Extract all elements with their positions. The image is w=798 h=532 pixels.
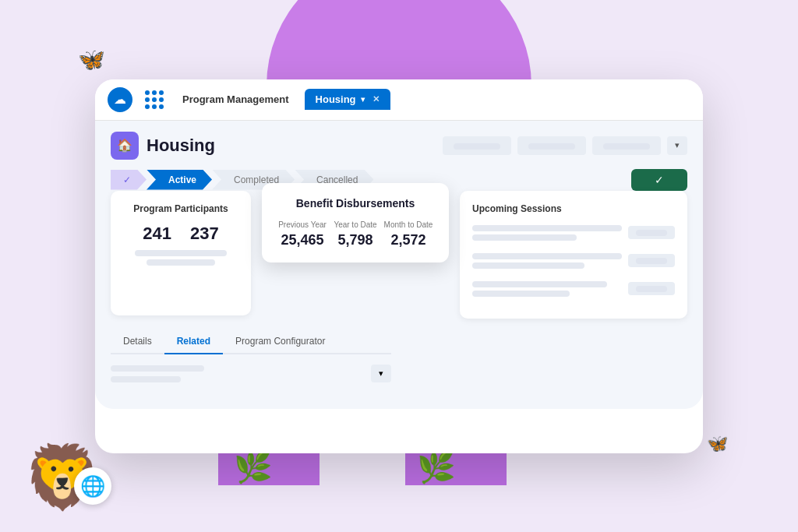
disbursement-value-1: 25,465 [277, 232, 327, 248]
tab-details[interactable]: Details [111, 329, 164, 353]
butterfly-bottom-right-icon: 🦋 [707, 434, 728, 454]
disbursement-col-3: Month to Date 2,572 [383, 220, 433, 248]
butterfly-top-left-icon: 🦋 [78, 47, 105, 72]
disbursement-value-2: 5,798 [330, 232, 380, 248]
session-row-3 [472, 278, 675, 300]
session-button-3[interactable] [628, 282, 675, 295]
disbursement-label-2: Year to Date [330, 220, 380, 229]
participants-title: Program Participants [123, 203, 238, 214]
session-info-3 [472, 278, 622, 300]
skeleton-1 [135, 250, 227, 256]
content-area: 🏠 Housing ▾ ✓ [95, 121, 703, 409]
disbursement-col-1: Previous Year 25,465 [277, 220, 327, 248]
app-switcher-icon[interactable] [142, 87, 167, 112]
session-row-1 [472, 222, 675, 244]
sessions-card: Upcoming Sessions [460, 191, 687, 319]
tab-chevron-icon: ▾ [361, 95, 365, 104]
confirm-button[interactable]: ✓ [631, 169, 687, 191]
related-dropdown[interactable]: ▾ [371, 365, 391, 382]
session-button-1[interactable] [628, 226, 675, 239]
header-more-dropdown[interactable]: ▾ [667, 136, 687, 155]
salesforce-logo[interactable]: ☁ [108, 87, 132, 112]
page-icon: 🏠 [111, 132, 139, 160]
header-button-1[interactable] [443, 136, 511, 155]
globe-icon: 🌐 [80, 474, 105, 499]
related-content: ▾ [111, 354, 391, 393]
header-button-2[interactable] [517, 136, 586, 155]
disbursements-grid: Previous Year 25,465 Year to Date 5,798 … [277, 220, 433, 248]
disbursements-card: Benefit Disbursements Previous Year 25,4… [262, 183, 449, 262]
session-row-2 [472, 250, 675, 272]
header-button-3[interactable] [592, 136, 661, 155]
housing-icon: 🏠 [117, 138, 132, 153]
housing-tab[interactable]: Housing ▾ ✕ [305, 89, 390, 110]
status-step-active[interactable]: Active [147, 170, 212, 190]
active-label: Active [168, 174, 196, 185]
bush-left-decoration: 🌿 [234, 449, 273, 485]
bush-right-decoration: 🌿 [417, 449, 456, 485]
disbursements-title: Benefit Disbursements [277, 197, 433, 210]
tab-label: Housing [316, 93, 356, 105]
disbursement-label-1: Previous Year [277, 220, 327, 229]
sessions-title: Upcoming Sessions [472, 203, 675, 214]
tab-program-configurator[interactable]: Program Configurator [223, 329, 337, 353]
page-title-row: 🏠 Housing [111, 132, 215, 160]
participants-numbers: 241 237 [123, 224, 238, 244]
disbursement-value-3: 2,572 [383, 232, 433, 248]
session-info-2 [472, 250, 622, 272]
header-actions: ▾ [443, 136, 687, 155]
page-title: Housing [147, 136, 215, 156]
participants-value-1: 241 [143, 224, 171, 244]
check-icon: ✓ [123, 174, 131, 185]
tab-close-icon[interactable]: ✕ [373, 94, 380, 104]
nav-bar: ☁ Program Management Housing ▾ ✕ [95, 79, 703, 121]
disbursement-label-3: Month to Date [383, 220, 433, 229]
disbursement-col-2: Year to Date 5,798 [330, 220, 380, 248]
cloud-icon: ☁ [114, 92, 126, 107]
tabs-row: Details Related Program Configurator [111, 329, 391, 354]
app-name-label: Program Management [176, 93, 295, 105]
status-step-done[interactable]: ✓ [111, 170, 147, 190]
skeleton-2 [147, 259, 216, 266]
screen-container: ☁ Program Management Housing ▾ ✕ 🏠 [95, 79, 703, 453]
lower-section: Details Related Program Configurator ▾ [111, 329, 391, 393]
participants-card: Program Participants 241 237 [111, 191, 251, 315]
session-button-2[interactable] [628, 254, 675, 267]
mascot-globe-badge: 🌐 [74, 467, 111, 505]
participants-value-2: 237 [190, 224, 219, 244]
page-header: 🏠 Housing ▾ [111, 132, 687, 160]
cards-row: Program Participants 241 237 Benefit Dis… [111, 191, 687, 319]
session-info-1 [472, 222, 622, 244]
tab-related[interactable]: Related [164, 329, 223, 353]
